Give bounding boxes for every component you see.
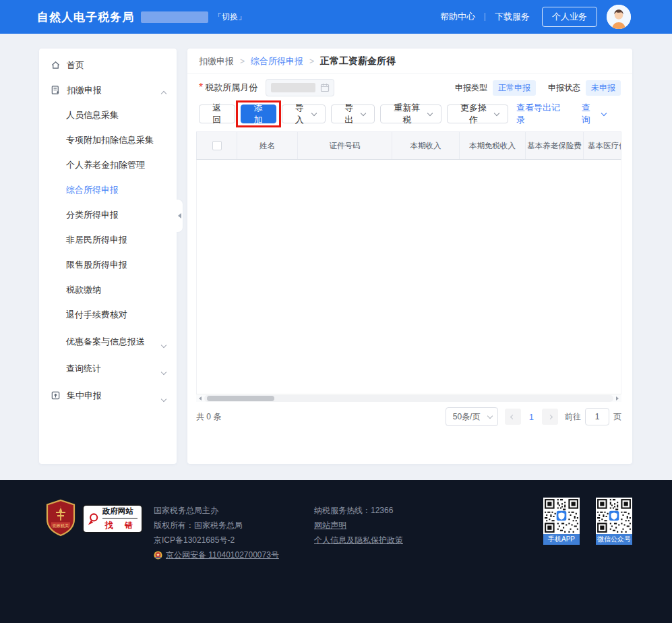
query-dropdown-link[interactable]: 查询 — [582, 102, 606, 126]
footer-service-column: 纳税服务热线：12366 网站声明 个人信息及隐私保护政策 — [314, 503, 403, 547]
scrollbar-thumb[interactable] — [207, 396, 274, 401]
chevron-left-icon — [510, 414, 515, 419]
col-tax-free-income: 本期免税收入 — [460, 132, 526, 159]
sidebar-item-comprehensive-income[interactable]: 综合所得申报 — [39, 177, 177, 202]
sidebar-collapse-handle[interactable] — [177, 199, 183, 233]
sidebar-item-tax-payment[interactable]: 税款缴纳 — [39, 277, 177, 302]
wechat-official-qr: 微信公众号 — [596, 498, 632, 545]
pagination-controls: 50条/页 1 前往 页 — [446, 407, 621, 426]
export-dropdown-button[interactable]: 导出 — [331, 105, 375, 123]
sidebar-item-label: 集中申报 — [67, 390, 102, 402]
avatar[interactable] — [607, 5, 631, 29]
chevron-down-icon — [162, 366, 166, 376]
col-id-number: 证件号码 — [298, 132, 392, 159]
back-button[interactable]: 返回 — [199, 105, 235, 123]
goto-page-input[interactable] — [585, 408, 609, 425]
sidebar-item-restricted-shares-income[interactable]: 限售股所得申报 — [39, 252, 177, 277]
col-current-income: 本期收入 — [392, 132, 460, 159]
site-footer: 党政机关 政府网站 找 错 国家税务总局主办 版权所有：国家税务总局 京ICP备… — [0, 480, 672, 623]
data-table: 姓名 证件号码 本期收入 本期免税收入 基本养老保险费 基本医疗保险费 — [196, 131, 621, 402]
sidebar-item-query-statistics[interactable]: 查询统计 — [39, 356, 177, 381]
next-page-button[interactable] — [542, 409, 558, 425]
main-content: 扣缴申报 > 综合所得申报 > 正常工资薪金所得 * 税款所属月份 申报类型 — [187, 49, 632, 464]
shield-emblem-icon — [44, 499, 77, 537]
chevron-down-icon — [601, 110, 607, 115]
required-asterisk: * — [199, 82, 203, 94]
qr-code-icon — [543, 498, 580, 534]
sidebar-item-nonresident-income[interactable]: 非居民所得申报 — [39, 227, 177, 252]
declare-status-label: 申报状态 — [548, 82, 580, 94]
sidebar-item-label: 退付手续费核对 — [66, 309, 127, 321]
page-size-select[interactable]: 50条/页 — [446, 407, 498, 426]
breadcrumb: 扣缴申报 > 综合所得申报 > 正常工资薪金所得 — [187, 49, 632, 74]
more-actions-dropdown-button[interactable]: 更多操作 — [447, 105, 508, 123]
footer-hotline: 纳税服务热线：12366 — [314, 503, 403, 518]
screen: 自然人电子税务局 「切换」 帮助中心 下载服务 个人业务 — [0, 0, 672, 623]
chevron-down-icon — [361, 110, 366, 115]
personal-business-button[interactable]: 个人业务 — [542, 7, 597, 27]
pagination-bar: 共 0 条 50条/页 1 前往 页 — [196, 407, 621, 426]
tax-month-input[interactable] — [266, 79, 334, 96]
breadcrumb-item[interactable]: 综合所得申报 — [251, 55, 303, 67]
declare-status-group: 申报类型 正常申报 申报状态 未申报 — [455, 80, 621, 96]
police-badge-icon — [154, 551, 162, 560]
sidebar-item-label: 综合所得申报 — [66, 184, 119, 196]
gov-site-error-report-badge[interactable]: 政府网站 找 错 — [82, 504, 143, 533]
download-service-link[interactable]: 下载服务 — [495, 11, 530, 23]
mobile-app-qr-label: 手机APP — [543, 534, 580, 545]
recalculate-tax-dropdown-button[interactable]: 重新算税 — [380, 105, 441, 123]
sidebar-item-special-deduction-info[interactable]: 专项附加扣除信息采集 — [39, 127, 177, 152]
toolbar: 返回 添加 导入 导出 重新算税 更多操作 查看导出记录 查询 — [187, 101, 632, 127]
footer-legal-column: 国家税务总局主办 版权所有：国家税务总局 京ICP备13021685号-2 京公… — [154, 503, 279, 562]
switch-entity-link[interactable]: 「切换」 — [214, 11, 246, 23]
goto-page-group: 前往 页 — [565, 408, 621, 425]
add-button[interactable]: 添加 — [241, 105, 276, 123]
tax-month-field: * 税款所属月份 — [199, 79, 334, 96]
declare-form-icon — [50, 85, 61, 96]
sidebar-item-label: 税款缴纳 — [66, 284, 101, 296]
wechat-qr-label: 微信公众号 — [596, 534, 632, 545]
collapse-arrow-icon — [178, 213, 181, 218]
scroll-left-arrow[interactable] — [196, 394, 204, 403]
privacy-policy-link[interactable]: 个人信息及隐私保护政策 — [314, 535, 403, 545]
sidebar-item-refund-fee-check[interactable]: 退付手续费核对 — [39, 302, 177, 327]
scrollbar-track[interactable] — [204, 395, 613, 402]
sidebar-item-pension-deduction[interactable]: 个人养老金扣除管理 — [39, 152, 177, 177]
sidebar-item-preferential-filing[interactable]: 优惠备案与信息报送 — [39, 329, 177, 354]
col-medical-insurance: 基本医疗保险费 — [584, 132, 621, 159]
org-name-redacted — [141, 11, 208, 23]
find-error-label: 找 错 — [102, 520, 138, 531]
prev-page-button[interactable] — [505, 409, 521, 425]
import-dropdown-button[interactable]: 导入 — [282, 105, 326, 123]
select-all-checkbox[interactable] — [212, 141, 222, 150]
sidebar-item-home[interactable]: 首页 — [39, 53, 177, 78]
view-export-records-link[interactable]: 查看导出记录 — [516, 102, 568, 126]
home-icon — [50, 60, 61, 71]
breadcrumb-separator: > — [240, 57, 245, 66]
footer-police-line: 京公网安备 11040102700073号 — [154, 547, 279, 562]
magnifier-icon — [87, 511, 100, 527]
footer-copyright-line: 版权所有：国家税务总局 — [154, 518, 279, 533]
chevron-right-icon — [547, 414, 552, 419]
chevron-down-icon — [311, 110, 317, 115]
declare-type-badge: 正常申报 — [493, 80, 536, 96]
chevron-down-icon — [427, 110, 433, 115]
site-statement-link[interactable]: 网站声明 — [314, 521, 346, 530]
gov-site-label: 政府网站 — [102, 506, 138, 518]
breadcrumb-item[interactable]: 扣缴申报 — [199, 55, 234, 67]
sidebar-item-classified-income[interactable]: 分类所得申报 — [39, 202, 177, 227]
scroll-right-arrow[interactable] — [613, 394, 621, 403]
chevron-down-icon — [162, 393, 166, 403]
sidebar-item-label: 个人养老金扣除管理 — [66, 159, 145, 171]
sidebar-item-label: 限售股所得申报 — [66, 259, 127, 271]
sidebar-item-personnel-info[interactable]: 人员信息采集 — [39, 102, 177, 127]
add-button-highlight-box: 添加 — [241, 105, 276, 123]
sidebar-item-centralized-declare[interactable]: 集中申报 — [39, 383, 177, 408]
current-page[interactable]: 1 — [528, 412, 535, 422]
help-center-link[interactable]: 帮助中心 — [440, 11, 475, 23]
more-label: 更多操作 — [456, 102, 491, 126]
chevron-down-icon — [494, 110, 499, 115]
sidebar-item-withholding-declare[interactable]: 扣缴申报 — [39, 78, 177, 102]
police-record-link[interactable]: 京公网安备 11040102700073号 — [166, 547, 279, 562]
sidebar-item-label: 分类所得申报 — [66, 209, 119, 221]
